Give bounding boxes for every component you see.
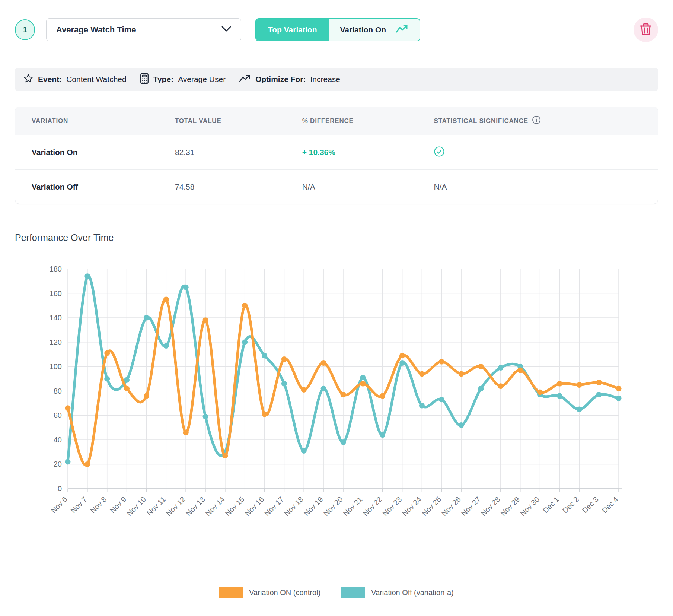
toggle-variation-on-label: Variation On xyxy=(340,25,386,34)
row-difference: N/A xyxy=(286,182,418,191)
info-icon[interactable] xyxy=(532,115,541,126)
row-significance xyxy=(417,146,658,159)
svg-text:Nov 28: Nov 28 xyxy=(479,495,501,517)
svg-text:Nov 17: Nov 17 xyxy=(263,495,285,517)
experiment-metric-panel: 1 Average Watch Time Top Variation Varia… xyxy=(0,0,673,616)
divider xyxy=(121,238,658,238)
svg-text:Nov 16: Nov 16 xyxy=(243,495,265,517)
svg-text:160: 160 xyxy=(50,289,62,298)
svg-text:Nov 10: Nov 10 xyxy=(125,495,147,517)
trash-icon xyxy=(640,23,651,37)
svg-text:Nov 22: Nov 22 xyxy=(361,495,383,517)
row-total-value: 74.58 xyxy=(159,182,286,191)
svg-text:Nov 29: Nov 29 xyxy=(499,495,521,517)
svg-text:Nov 13: Nov 13 xyxy=(184,495,206,517)
legend-item[interactable]: Variation Off (variation-a) xyxy=(341,587,454,598)
optimize-label: Optimize For: xyxy=(255,75,306,84)
svg-text:20: 20 xyxy=(54,460,62,468)
event-summary: Event: Content Watched xyxy=(23,73,127,85)
svg-text:140: 140 xyxy=(50,314,62,322)
chart-legend: Variation ON (control)Variation Off (var… xyxy=(15,587,658,598)
svg-text:Nov 18: Nov 18 xyxy=(283,495,305,517)
svg-text:Nov 21: Nov 21 xyxy=(341,495,364,517)
header-row: 1 Average Watch Time Top Variation Varia… xyxy=(15,18,658,42)
toggle-variation-on[interactable]: Variation On xyxy=(329,19,420,41)
row-variation-name: Variation On xyxy=(15,148,159,157)
svg-text:Nov 30: Nov 30 xyxy=(519,495,541,517)
svg-text:Nov 27: Nov 27 xyxy=(459,495,482,517)
delete-metric-button[interactable] xyxy=(634,18,658,42)
col-total-value: TOTAL VALUE xyxy=(159,117,286,125)
type-summary: Type: Average User xyxy=(140,73,226,86)
svg-text:Dec 3: Dec 3 xyxy=(580,495,600,515)
svg-text:Nov 23: Nov 23 xyxy=(381,495,403,517)
svg-text:Nov 7: Nov 7 xyxy=(69,495,89,515)
svg-text:Nov 8: Nov 8 xyxy=(89,495,108,515)
toggle-top-variation[interactable]: Top Variation xyxy=(256,19,329,41)
chart-section-header: Performance Over Time xyxy=(15,232,658,243)
performance-chart: 020406080100120140160180Nov 6Nov 7Nov 8N… xyxy=(15,261,658,581)
trending-up-icon xyxy=(239,74,251,84)
legend-label: Variation Off (variation-a) xyxy=(371,588,454,597)
svg-text:Nov 20: Nov 20 xyxy=(322,495,344,517)
event-value: Content Watched xyxy=(66,75,126,84)
check-circle-icon xyxy=(434,150,445,159)
svg-text:Nov 12: Nov 12 xyxy=(165,495,187,517)
legend-swatch xyxy=(341,587,365,598)
optimize-summary: Optimize For: Increase xyxy=(239,74,340,84)
table-row: Variation On 82.31 + 10.36% xyxy=(15,135,658,169)
legend-item[interactable]: Variation ON (control) xyxy=(219,587,320,598)
chevron-down-icon xyxy=(221,26,231,34)
legend-swatch xyxy=(219,587,243,598)
chart-title: Performance Over Time xyxy=(15,232,114,243)
variation-toggle: Top Variation Variation On xyxy=(255,18,420,41)
svg-text:Nov 24: Nov 24 xyxy=(401,495,423,517)
row-difference: + 10.36% xyxy=(286,148,418,157)
row-variation-name: Variation Off xyxy=(15,182,159,191)
metric-dropdown-value: Average Watch Time xyxy=(56,25,136,35)
col-variation: VARIATION xyxy=(15,117,159,125)
event-label: Event: xyxy=(38,75,62,84)
table-header-row: VARIATION TOTAL VALUE % DIFFERENCE STATI… xyxy=(15,107,658,135)
svg-text:Dec 1: Dec 1 xyxy=(541,495,561,515)
svg-text:0: 0 xyxy=(58,485,62,493)
row-significance: N/A xyxy=(417,182,658,191)
optimize-value: Increase xyxy=(310,75,340,84)
metric-dropdown[interactable]: Average Watch Time xyxy=(46,18,241,41)
star-icon xyxy=(23,73,34,85)
svg-text:Nov 19: Nov 19 xyxy=(302,495,325,517)
svg-text:Nov 11: Nov 11 xyxy=(145,495,167,517)
type-value: Average User xyxy=(178,75,226,84)
svg-text:80: 80 xyxy=(54,387,62,395)
calculator-icon xyxy=(140,73,149,86)
row-total-value: 82.31 xyxy=(159,148,286,157)
metric-summary-bar: Event: Content Watched Type: Average Use… xyxy=(15,68,658,91)
svg-text:Nov 6: Nov 6 xyxy=(49,495,69,515)
svg-text:Nov 15: Nov 15 xyxy=(223,495,246,517)
svg-text:Nov 14: Nov 14 xyxy=(204,495,226,517)
svg-text:180: 180 xyxy=(50,265,62,273)
col-significance-label: STATISTICAL SIGNIFICANCE xyxy=(434,117,528,125)
table-row: Variation Off 74.58 N/A N/A xyxy=(15,169,658,204)
legend-label: Variation ON (control) xyxy=(249,588,320,597)
type-label: Type: xyxy=(153,75,173,84)
svg-text:Nov 26: Nov 26 xyxy=(440,495,462,517)
col-difference: % DIFFERENCE xyxy=(286,117,418,125)
svg-text:100: 100 xyxy=(50,362,62,371)
svg-text:Dec 2: Dec 2 xyxy=(561,495,581,515)
variation-results-table: VARIATION TOTAL VALUE % DIFFERENCE STATI… xyxy=(15,107,658,204)
svg-text:40: 40 xyxy=(54,436,62,444)
svg-text:120: 120 xyxy=(50,338,62,346)
svg-text:Dec 4: Dec 4 xyxy=(600,495,620,515)
performance-chart-svg: 020406080100120140160180Nov 6Nov 7Nov 8N… xyxy=(15,261,658,581)
svg-text:Nov 25: Nov 25 xyxy=(420,495,443,517)
metric-index-badge: 1 xyxy=(15,19,35,40)
col-significance: STATISTICAL SIGNIFICANCE xyxy=(417,115,658,126)
svg-text:60: 60 xyxy=(54,411,62,419)
trending-up-icon xyxy=(396,25,408,35)
